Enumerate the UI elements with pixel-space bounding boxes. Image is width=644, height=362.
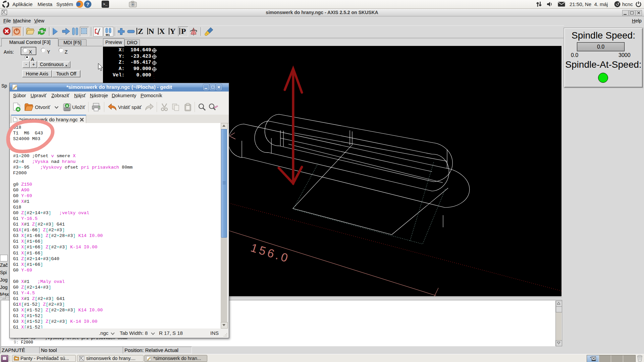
svg-text:M1: M1: [106, 33, 110, 36]
svg-text:?: ?: [86, 1, 89, 7]
svg-text:>_: >_: [103, 2, 108, 6]
svg-text:156.0: 156.0: [249, 241, 291, 265]
